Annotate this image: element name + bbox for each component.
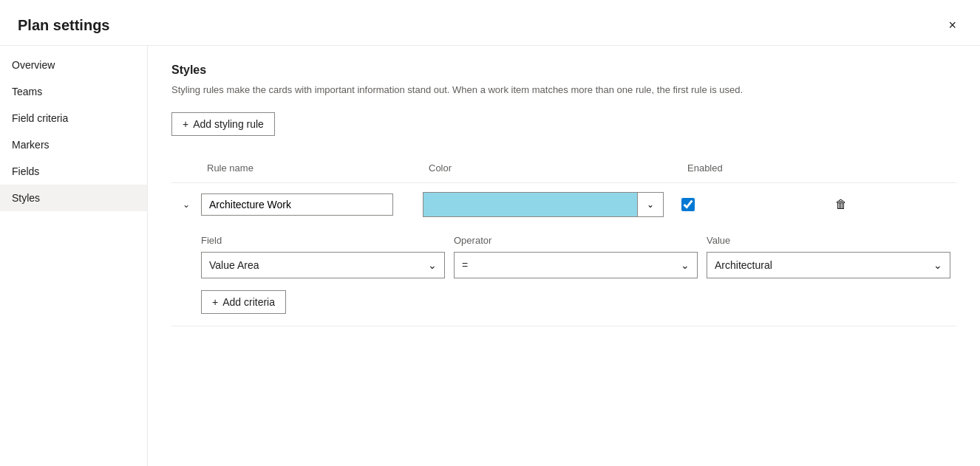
rule-name-input[interactable]	[201, 193, 393, 216]
close-icon: ×	[948, 18, 956, 33]
criteria-row: Value Area ⌄ = ⌄ Architectural ⌄	[201, 252, 956, 278]
chevron-down-icon: ⌄	[647, 199, 654, 210]
criteria-section: Field Operator Value Value Area ⌄	[171, 226, 956, 326]
enabled-header: Enabled	[681, 160, 829, 177]
criteria-header: Field Operator Value	[201, 235, 956, 246]
add-criteria-button[interactable]: + Add criteria	[201, 290, 286, 314]
rule-name-header: Rule name	[201, 160, 423, 177]
operator-select-value: =	[462, 259, 681, 271]
color-header: Color	[423, 160, 681, 177]
sidebar-item-styles[interactable]: Styles	[0, 185, 147, 211]
enabled-checkbox[interactable]	[681, 198, 695, 211]
add-styling-rule-button[interactable]: + Add styling rule	[171, 112, 275, 136]
plus-icon: +	[183, 118, 188, 130]
sidebar: Overview Teams Field criteria Markers Fi…	[0, 46, 148, 466]
delete-rule-button[interactable]: 🗑	[829, 195, 853, 214]
plus-icon: +	[212, 296, 218, 308]
rule-name-cell	[201, 193, 423, 216]
plan-settings-dialog: Plan settings × Overview Teams Field cri…	[0, 0, 980, 466]
enabled-cell	[681, 198, 829, 211]
field-select[interactable]: Value Area ⌄	[201, 252, 445, 278]
field-chevron-icon: ⌄	[428, 259, 437, 271]
dialog-header: Plan settings ×	[0, 0, 980, 45]
main-content: Styles Styling rules make the cards with…	[148, 46, 980, 466]
field-header: Field	[201, 235, 445, 246]
operator-header: Operator	[454, 235, 698, 246]
delete-cell: 🗑	[829, 195, 956, 214]
sidebar-item-overview[interactable]: Overview	[0, 52, 147, 78]
value-chevron-icon: ⌄	[933, 259, 942, 271]
actions-col-header	[829, 160, 956, 177]
value-header: Value	[707, 235, 950, 246]
field-select-value: Value Area	[209, 259, 428, 271]
color-swatch[interactable]	[423, 192, 637, 217]
operator-select[interactable]: = ⌄	[454, 252, 698, 278]
color-dropdown-button[interactable]: ⌄	[637, 192, 664, 217]
close-button[interactable]: ×	[942, 15, 962, 36]
add-criteria-label: Add criteria	[222, 296, 275, 308]
chevron-down-icon: ⌄	[183, 199, 190, 210]
sidebar-item-teams[interactable]: Teams	[0, 78, 147, 105]
operator-chevron-icon: ⌄	[681, 259, 690, 271]
rule-row: ⌄ ⌄	[171, 183, 956, 326]
rule-row-main: ⌄ ⌄	[171, 183, 956, 226]
value-select[interactable]: Architectural ⌄	[707, 252, 950, 278]
sidebar-item-markers[interactable]: Markers	[0, 131, 147, 158]
value-select-value: Architectural	[715, 259, 933, 271]
add-rule-label: Add styling rule	[193, 118, 264, 130]
table-header: Rule name Color Enabled	[171, 154, 956, 183]
expand-col-header	[171, 160, 201, 177]
section-description: Styling rules make the cards with import…	[171, 83, 837, 97]
section-title: Styles	[171, 64, 956, 77]
sidebar-item-field-criteria[interactable]: Field criteria	[0, 105, 147, 131]
color-picker-cell: ⌄	[423, 192, 681, 217]
dialog-body: Overview Teams Field criteria Markers Fi…	[0, 45, 980, 466]
expand-button[interactable]: ⌄	[171, 199, 201, 210]
trash-icon: 🗑	[835, 198, 847, 211]
dialog-title: Plan settings	[18, 17, 109, 34]
sidebar-item-fields[interactable]: Fields	[0, 158, 147, 185]
